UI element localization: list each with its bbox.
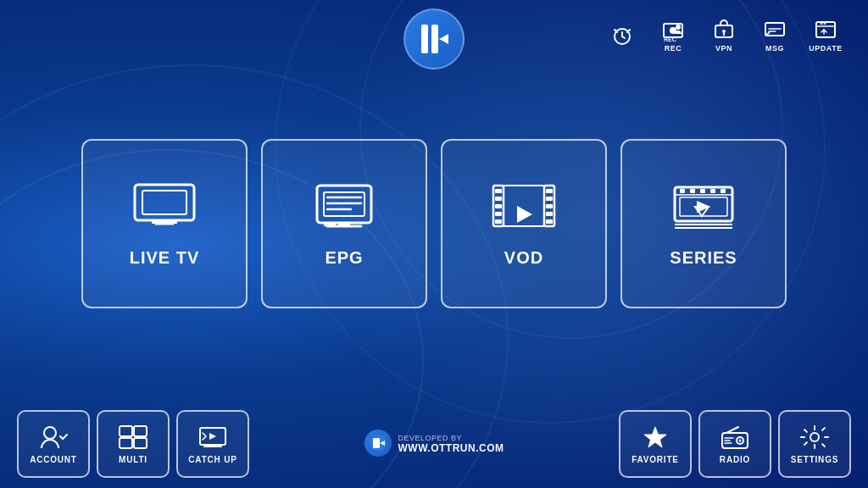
- svg-rect-34: [700, 189, 705, 193]
- live-tv-card[interactable]: LIVE TV: [81, 139, 248, 308]
- svg-rect-44: [134, 438, 147, 448]
- svg-rect-0: [421, 25, 428, 53]
- series-card[interactable]: SERIES: [620, 139, 787, 308]
- msg-button[interactable]: MSG: [753, 17, 797, 54]
- svg-rect-27: [546, 219, 553, 224]
- svg-rect-48: [373, 438, 376, 448]
- svg-point-40: [44, 427, 56, 439]
- vod-label: VOD: [504, 248, 543, 268]
- bottom-left-buttons: ACCOUNT MULTI CATCH UP: [17, 410, 249, 478]
- svg-marker-2: [439, 34, 448, 44]
- top-icon-bar: REC REC VPN: [600, 14, 848, 54]
- app-logo: [403, 8, 465, 69]
- svg-rect-26: [546, 212, 553, 216]
- svg-rect-42: [134, 426, 147, 436]
- developer-label: DEVELOPED BY: [398, 434, 504, 442]
- update-button[interactable]: UPDATE: [804, 17, 848, 54]
- svg-rect-23: [546, 189, 553, 193]
- series-icon: [670, 180, 737, 235]
- update-label: UPDATE: [809, 44, 842, 53]
- svg-rect-13: [142, 191, 186, 214]
- vod-icon: [490, 180, 558, 235]
- svg-marker-39: [697, 201, 710, 213]
- svg-rect-43: [120, 438, 132, 448]
- svg-rect-17: [495, 189, 502, 193]
- catchup-label: CATCH UP: [188, 455, 236, 464]
- radio-button[interactable]: RADIO: [698, 410, 771, 478]
- epg-icon: [310, 180, 378, 235]
- svg-marker-46: [209, 433, 216, 440]
- svg-rect-36: [721, 189, 726, 193]
- radio-label: RADIO: [720, 455, 750, 464]
- main-menu-grid: LIVE TV EPG: [47, 139, 821, 308]
- svg-rect-20: [495, 212, 502, 216]
- favorite-button[interactable]: FAVORITE: [619, 410, 692, 478]
- epg-label: EPG: [325, 248, 363, 268]
- svg-rect-28: [504, 186, 544, 226]
- svg-rect-24: [546, 197, 553, 201]
- svg-point-7: [676, 25, 681, 30]
- svg-point-55: [810, 433, 819, 441]
- svg-rect-18: [495, 197, 502, 201]
- multi-button[interactable]: MULTI: [97, 410, 170, 478]
- svg-rect-21: [495, 219, 502, 224]
- bottom-right-buttons: FAVORITE RADIO SETTINGS: [619, 410, 851, 478]
- catchup-button[interactable]: CATCH UP: [176, 410, 249, 478]
- svg-rect-33: [690, 189, 695, 193]
- vod-card[interactable]: VOD: [441, 139, 607, 308]
- svg-point-54: [738, 439, 741, 441]
- epg-card[interactable]: EPG: [261, 139, 427, 308]
- vpn-label: VPN: [715, 44, 732, 53]
- svg-text:REC: REC: [664, 36, 676, 42]
- svg-rect-19: [495, 204, 502, 208]
- msg-label: MSG: [765, 44, 784, 53]
- favorite-label: FAVORITE: [632, 455, 679, 464]
- svg-rect-1: [431, 25, 438, 53]
- multi-label: MULTI: [119, 455, 147, 464]
- alarm-button[interactable]: [600, 17, 644, 54]
- svg-point-9: [722, 30, 726, 33]
- tv-icon: [131, 180, 198, 235]
- svg-rect-25: [546, 204, 553, 208]
- account-label: ACCOUNT: [30, 455, 77, 464]
- svg-rect-32: [680, 189, 685, 193]
- live-tv-label: LIVE TV: [130, 248, 200, 268]
- series-label: SERIES: [670, 248, 737, 268]
- svg-marker-51: [644, 427, 666, 447]
- svg-marker-29: [517, 206, 532, 223]
- svg-rect-41: [120, 426, 132, 436]
- settings-label: SETTINGS: [791, 455, 838, 464]
- settings-button[interactable]: SETTINGS: [778, 410, 851, 478]
- rec-label: REC: [665, 44, 682, 53]
- vpn-button[interactable]: VPN: [702, 17, 746, 54]
- developer-credit: DEVELOPED BY WWW.OTTRUN.COM: [364, 430, 504, 458]
- svg-rect-49: [376, 438, 380, 448]
- rec-button[interactable]: REC REC: [651, 17, 695, 54]
- svg-rect-35: [710, 189, 715, 193]
- account-button[interactable]: ACCOUNT: [17, 410, 90, 478]
- bottom-bar: ACCOUNT MULTI CATCH UP: [0, 400, 868, 488]
- header: REC REC VPN: [0, 0, 868, 54]
- developer-url: WWW.OTTRUN.COM: [398, 442, 504, 454]
